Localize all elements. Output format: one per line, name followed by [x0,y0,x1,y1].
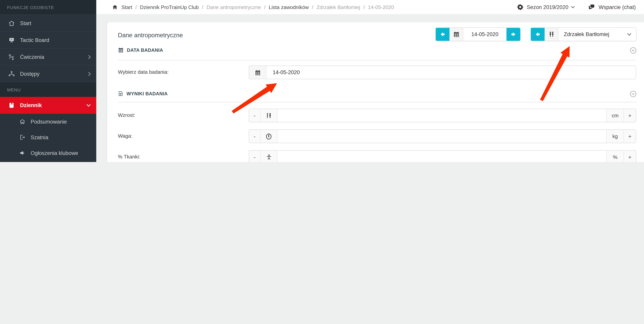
date-field[interactable]: 14-05-2020 [249,65,636,79]
date-navigator: 14-05-2020 [435,27,520,41]
fat-input[interactable] [278,151,606,162]
breadcrumb-separator: / [264,4,266,10]
prev-player-button[interactable] [531,28,544,41]
decrement-button[interactable]: - [249,130,260,143]
sidebar-item-podsumowanie[interactable]: Podsumowanie [0,114,96,130]
breadcrumb-item: 14-05-2020 [368,4,394,10]
content-area: Dane antropometryczne 14-05-2020 [96,14,644,162]
sidebar-label: Szatnia [31,134,91,140]
locker-room-icon [18,134,27,141]
height-unit: cm [606,109,624,122]
sidebar-label: Tactic Board [20,37,91,43]
season-selector[interactable]: Sezon 2019/2020 [517,4,575,10]
player-select-value: Zdrzałek Bartłomiej [564,31,609,37]
sidebar: FUNKCJE OSOBISTE Start Tactic Board Ćwic… [0,0,96,162]
breadcrumb-separator: / [135,4,137,10]
exercises-icon [7,53,16,60]
chat-icon [588,4,595,10]
breadcrumb: Start / Dziennik ProTrainUp Club / Dane … [112,0,394,14]
sidebar-item-start[interactable]: Start [0,14,96,31]
season-label: Sezon 2019/2020 [527,4,568,10]
breadcrumb-separator: / [312,4,313,10]
support-label: Wsparcie (chat) [598,4,636,10]
topbar: Start / Dziennik ProTrainUp Club / Dane … [96,0,644,14]
calendar-icon [450,28,463,41]
weight-field-label: Waga: [118,133,132,139]
sidebar-item-cwiczenia[interactable]: Ćwiczenia [0,48,96,65]
fat-field-label: % Tkanki: [118,154,140,160]
weight-field-group: - kg + [249,130,636,143]
chevron-down-icon [86,104,91,107]
height-field-group: - cm + [249,109,636,122]
height-field-label: Wzrost: [118,112,135,118]
height-icon [260,109,278,122]
home-outline-icon [18,119,27,125]
sidebar-item-dostepy[interactable]: Dostępy [0,65,96,82]
current-date-display[interactable]: 14-05-2020 [463,28,506,41]
access-icon [7,70,16,77]
page-title: Dane antropometryczne [118,32,183,39]
sidebar-label: Dziennik [20,102,86,108]
calendar-icon [249,66,266,79]
document-icon [118,91,124,97]
weight-icon [260,130,278,143]
breadcrumb-separator: / [363,4,365,10]
home-icon [7,20,16,26]
date-field-label: Wybierz data badania: [118,69,169,75]
chevron-down-icon [627,33,632,36]
weight-unit: kg [606,130,624,143]
increment-button[interactable]: + [624,109,636,122]
sidebar-item-ogloszenia[interactable]: Ogłoszenia klubowe [0,145,96,161]
sidebar-label: Ćwiczenia [20,54,88,60]
collapse-section-button[interactable] [630,47,636,54]
breadcrumb-item[interactable]: Dane antropometryczne [206,4,261,10]
journal-icon [7,102,16,109]
decrement-button[interactable]: - [249,151,260,162]
body-fat-icon [260,151,278,162]
sidebar-section-menu: MENU [0,82,96,97]
prev-date-button[interactable] [436,28,450,41]
calendar-icon [118,47,124,53]
sidebar-label: Start [20,20,91,26]
section-wyniki-badania: WYNIKI BADANIA [118,91,168,97]
sidebar-item-tactic-board[interactable]: Tactic Board [0,31,96,48]
app-window: FUNKCJE OSOBISTE Start Tactic Board Ćwic… [0,0,644,162]
breadcrumb-item[interactable]: Start [122,4,132,10]
sidebar-label: Podsumowanie [31,119,91,125]
sidebar-item-pliki[interactable]: Pliki [0,161,96,162]
weight-input[interactable] [278,130,606,143]
breadcrumb-item[interactable]: Dziennik ProTrainUp Club [140,4,199,10]
section-data-badania: DATA BADANIA [118,47,163,53]
date-field-value: 14-05-2020 [266,66,300,79]
height-input[interactable] [278,109,606,122]
gear-icon [517,4,523,10]
section-title: WYNIKI BADANIA [126,91,168,96]
tactic-board-icon [7,37,16,43]
chevron-down-icon [571,6,575,8]
increment-button[interactable]: + [624,130,636,143]
collapse-section-button[interactable] [630,91,636,97]
breadcrumb-separator: / [202,4,203,10]
megaphone-icon [18,150,27,156]
sidebar-label: Ogłoszenia klubowe [31,150,91,156]
home-icon[interactable] [112,4,118,10]
sidebar-item-dziennik[interactable]: Dziennik [0,97,96,114]
breadcrumb-item[interactable]: Zdrzałek Bartłomiej [316,4,360,10]
players-icon [544,28,558,41]
decrement-button[interactable]: - [249,109,260,122]
player-navigator: Zdrzałek Bartłomiej [530,27,636,41]
breadcrumb-item[interactable]: Lista zawodników [269,4,309,10]
chevron-right-icon [88,72,91,76]
sidebar-label: Dostępy [20,71,88,77]
fat-unit: % [606,151,624,162]
chevron-right-icon [88,55,91,59]
support-chat-button[interactable]: Wsparcie (chat) [588,4,638,10]
increment-button[interactable]: + [624,151,636,162]
next-date-button[interactable] [506,28,520,41]
sidebar-section-personal: FUNKCJE OSOBISTE [0,0,96,14]
main-card: Dane antropometryczne 14-05-2020 [107,22,644,162]
sidebar-item-szatnia[interactable]: Szatnia [0,130,96,145]
player-select[interactable]: Zdrzałek Bartłomiej [558,28,636,41]
section-title: DATA BADANIA [127,47,163,53]
fat-field-group: - % + [249,150,636,162]
